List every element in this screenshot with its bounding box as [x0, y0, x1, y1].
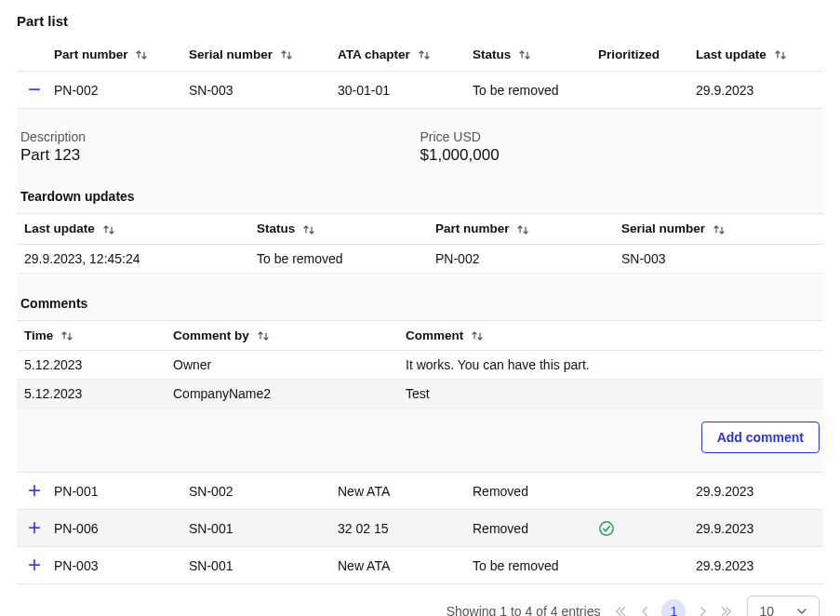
- sort-icon: [518, 48, 531, 61]
- cell-prioritized: [598, 473, 696, 510]
- comment-text: It works. You can have this part.: [398, 351, 823, 380]
- comment-by: CompanyName2: [166, 380, 398, 408]
- column-label: Status: [257, 221, 295, 235]
- table-row: 5.12.2023 Owner It works. You can have t…: [17, 351, 823, 380]
- description-value: Part 123: [20, 146, 420, 165]
- page-number-button[interactable]: 1: [661, 599, 686, 616]
- cell-prioritized: [598, 72, 696, 109]
- column-label: ATA chapter: [338, 47, 410, 61]
- cell-status: Removed: [473, 473, 598, 510]
- cell-part-number: PN-001: [54, 473, 189, 510]
- column-label: Serial number: [621, 221, 705, 235]
- comment-text: Test: [398, 380, 823, 408]
- teardown-updates-heading: Teardown updates: [17, 183, 823, 213]
- column-label: Serial number: [189, 47, 273, 61]
- column-last-update[interactable]: Last update: [696, 38, 823, 72]
- table-row: PN-002 SN-003 30-01-01 To be removed 29.…: [17, 72, 823, 109]
- cell-part-number: PN-006: [54, 510, 189, 547]
- collapse-row-button[interactable]: [26, 81, 43, 98]
- cell-prioritized: [598, 547, 696, 584]
- comment-by: Owner: [166, 351, 398, 380]
- cell-last-update: 29.9.2023: [696, 72, 823, 109]
- next-page-button[interactable]: [695, 606, 710, 616]
- teardown-col-status[interactable]: Status: [249, 214, 428, 244]
- comments-col-time[interactable]: Time: [17, 320, 166, 350]
- column-label: Comment by: [173, 328, 249, 342]
- cell-prioritized: [598, 510, 696, 547]
- cell-status: Removed: [473, 510, 598, 547]
- teardown-col-last-update[interactable]: Last update: [17, 214, 249, 244]
- column-serial-number[interactable]: Serial number: [189, 38, 338, 72]
- cell-ata-chapter: 32 02 15: [338, 510, 473, 547]
- table-footer: Showing 1 to 4 of 4 entries 1 10: [17, 584, 823, 616]
- table-row: PN-001 SN-002 New ATA Removed 29.9.2023: [17, 473, 823, 510]
- column-ata-chapter[interactable]: ATA chapter: [338, 38, 473, 72]
- add-comment-button[interactable]: Add comment: [701, 422, 820, 453]
- comments-col-comment-by[interactable]: Comment by: [166, 320, 398, 350]
- double-angle-left-icon: [615, 606, 626, 616]
- column-expander: [17, 38, 54, 72]
- cell-last-update: 29.9.2023: [696, 510, 823, 547]
- description-block: Description Part 123: [20, 129, 420, 165]
- column-label: Prioritized: [598, 47, 660, 61]
- sort-icon: [60, 329, 73, 342]
- chevron-down-icon: [796, 606, 807, 616]
- double-angle-right-icon: [721, 606, 732, 616]
- teardown-col-serial-number[interactable]: Serial number: [614, 214, 823, 244]
- plus-icon: [28, 558, 41, 571]
- price-block: Price USD $1,000,000: [420, 129, 820, 165]
- sort-icon: [471, 329, 484, 342]
- comment-time: 5.12.2023: [17, 380, 166, 408]
- last-page-button[interactable]: [719, 606, 734, 616]
- cell-serial-number: SN-001: [189, 510, 338, 547]
- description-label: Description: [20, 129, 420, 144]
- showing-entries-text: Showing 1 to 4 of 4 entries: [447, 604, 601, 616]
- table-row: 29.9.2023, 12:45:24 To be removed PN-002…: [17, 244, 823, 273]
- part-list-table: Part number Serial number ATA chapter St…: [17, 38, 823, 584]
- paginator: 1: [613, 599, 734, 616]
- sort-icon: [135, 48, 148, 61]
- table-row: 5.12.2023 CompanyName2 Test: [17, 380, 823, 408]
- page-title: Part list: [17, 13, 823, 29]
- teardown-col-part-number[interactable]: Part number: [428, 214, 614, 244]
- cell-part-number: PN-003: [54, 547, 189, 584]
- sort-icon: [516, 223, 529, 236]
- sort-icon: [280, 48, 293, 61]
- sort-icon: [774, 48, 787, 61]
- table-row: PN-006 SN-001 32 02 15 Removed 29.9.2023: [17, 510, 823, 547]
- cell-serial-number: SN-002: [189, 473, 338, 510]
- cell-last-update: 29.9.2023: [696, 473, 823, 510]
- first-page-button[interactable]: [613, 606, 628, 616]
- column-label: Last update: [24, 221, 95, 235]
- sort-icon: [713, 223, 726, 236]
- column-prioritized[interactable]: Prioritized: [598, 38, 696, 72]
- cell-status: To be removed: [473, 547, 598, 584]
- sort-icon: [102, 223, 115, 236]
- expand-row-button[interactable]: [26, 482, 43, 499]
- page-size-select[interactable]: 10: [747, 596, 820, 616]
- column-part-number[interactable]: Part number: [54, 38, 189, 72]
- sort-icon: [302, 223, 315, 236]
- minus-icon: [28, 83, 41, 96]
- teardown-part-number: PN-002: [428, 244, 614, 273]
- teardown-updates-table: Last update Status Part number: [17, 213, 823, 273]
- teardown-status: To be removed: [249, 244, 428, 273]
- expand-row-button[interactable]: [26, 556, 43, 573]
- column-label: Time: [24, 328, 53, 342]
- cell-status: To be removed: [473, 72, 598, 109]
- cell-ata-chapter: 30-01-01: [338, 72, 473, 109]
- column-label: Last update: [696, 47, 767, 61]
- teardown-last-update: 29.9.2023, 12:45:24: [17, 244, 249, 273]
- angle-left-icon: [641, 606, 649, 616]
- cell-serial-number: SN-003: [189, 72, 338, 109]
- angle-right-icon: [699, 606, 707, 616]
- column-label: Comment: [406, 328, 463, 342]
- sort-icon: [257, 329, 270, 342]
- prev-page-button[interactable]: [637, 606, 652, 616]
- column-label: Part number: [435, 221, 510, 235]
- column-status[interactable]: Status: [473, 38, 598, 72]
- price-value: $1,000,000: [420, 146, 820, 165]
- cell-ata-chapter: New ATA: [338, 547, 473, 584]
- comments-col-comment[interactable]: Comment: [398, 320, 823, 350]
- expand-row-button[interactable]: [26, 519, 43, 536]
